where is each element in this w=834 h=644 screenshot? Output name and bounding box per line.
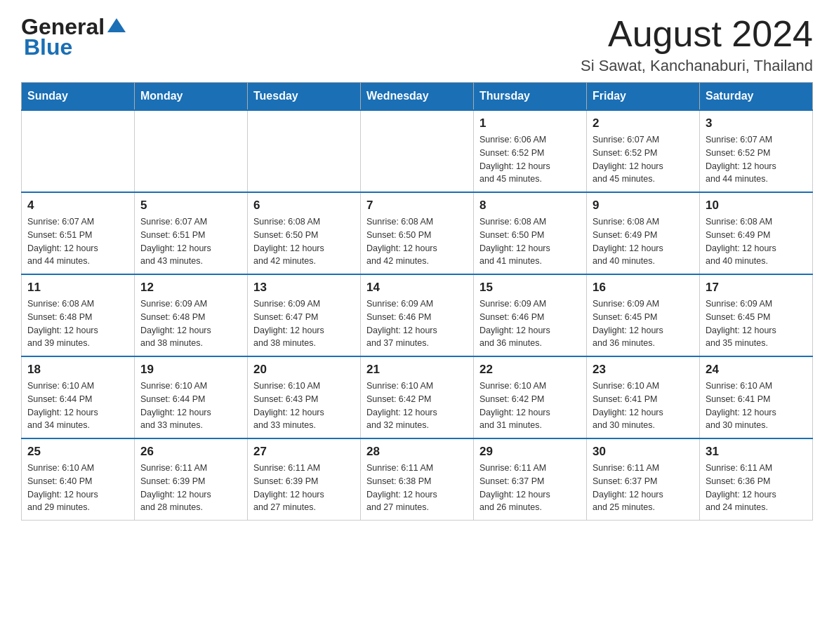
day-number: 22 xyxy=(479,363,581,377)
calendar-cell: 2Sunrise: 6:07 AM Sunset: 6:52 PM Daylig… xyxy=(587,110,700,192)
calendar-cell: 14Sunrise: 6:09 AM Sunset: 6:46 PM Dayli… xyxy=(361,274,474,356)
calendar-week-4: 18Sunrise: 6:10 AM Sunset: 6:44 PM Dayli… xyxy=(22,356,813,438)
day-number: 10 xyxy=(706,199,807,213)
day-info: Sunrise: 6:10 AM Sunset: 6:41 PM Dayligh… xyxy=(706,380,807,432)
day-info: Sunrise: 6:09 AM Sunset: 6:46 PM Dayligh… xyxy=(479,297,581,350)
day-info: Sunrise: 6:08 AM Sunset: 6:50 PM Dayligh… xyxy=(366,215,468,268)
day-number: 25 xyxy=(27,445,128,459)
weekday-header-monday: Monday xyxy=(135,83,248,111)
day-number: 13 xyxy=(253,281,355,295)
calendar-cell: 28Sunrise: 6:11 AM Sunset: 6:38 PM Dayli… xyxy=(361,438,474,521)
weekday-header-tuesday: Tuesday xyxy=(248,83,361,111)
day-number: 11 xyxy=(27,281,128,295)
day-info: Sunrise: 6:09 AM Sunset: 6:48 PM Dayligh… xyxy=(140,297,241,350)
calendar-cell: 30Sunrise: 6:11 AM Sunset: 6:37 PM Dayli… xyxy=(587,438,700,521)
weekday-header-sunday: Sunday xyxy=(22,83,135,111)
day-info: Sunrise: 6:07 AM Sunset: 6:52 PM Dayligh… xyxy=(593,133,694,186)
day-info: Sunrise: 6:11 AM Sunset: 6:39 PM Dayligh… xyxy=(253,462,355,514)
calendar-cell: 23Sunrise: 6:10 AM Sunset: 6:41 PM Dayli… xyxy=(587,356,700,438)
calendar-cell: 12Sunrise: 6:09 AM Sunset: 6:48 PM Dayli… xyxy=(135,274,248,356)
day-info: Sunrise: 6:10 AM Sunset: 6:42 PM Dayligh… xyxy=(479,380,581,432)
day-number: 29 xyxy=(479,445,581,459)
day-info: Sunrise: 6:07 AM Sunset: 6:51 PM Dayligh… xyxy=(140,215,241,268)
calendar-cell: 20Sunrise: 6:10 AM Sunset: 6:43 PM Dayli… xyxy=(248,356,361,438)
weekday-header-friday: Friday xyxy=(587,83,700,111)
calendar-cell: 10Sunrise: 6:08 AM Sunset: 6:49 PM Dayli… xyxy=(700,192,813,274)
weekday-header-wednesday: Wednesday xyxy=(361,83,474,111)
calendar-cell xyxy=(361,110,474,192)
day-number: 28 xyxy=(366,445,468,459)
calendar-cell: 6Sunrise: 6:08 AM Sunset: 6:50 PM Daylig… xyxy=(248,192,361,274)
calendar-table: SundayMondayTuesdayWednesdayThursdayFrid… xyxy=(21,82,813,521)
day-number: 30 xyxy=(593,445,694,459)
calendar-cell: 17Sunrise: 6:09 AM Sunset: 6:45 PM Dayli… xyxy=(700,274,813,356)
day-number: 7 xyxy=(366,199,468,213)
calendar-cell: 27Sunrise: 6:11 AM Sunset: 6:39 PM Dayli… xyxy=(248,438,361,521)
day-number: 24 xyxy=(706,363,807,377)
calendar-cell: 24Sunrise: 6:10 AM Sunset: 6:41 PM Dayli… xyxy=(700,356,813,438)
day-info: Sunrise: 6:07 AM Sunset: 6:52 PM Dayligh… xyxy=(706,133,807,186)
calendar-cell xyxy=(248,110,361,192)
day-number: 2 xyxy=(593,116,694,130)
day-info: Sunrise: 6:11 AM Sunset: 6:37 PM Dayligh… xyxy=(593,462,694,514)
calendar-week-3: 11Sunrise: 6:08 AM Sunset: 6:48 PM Dayli… xyxy=(22,274,813,356)
day-info: Sunrise: 6:11 AM Sunset: 6:36 PM Dayligh… xyxy=(706,462,807,514)
calendar-cell: 16Sunrise: 6:09 AM Sunset: 6:45 PM Dayli… xyxy=(587,274,700,356)
day-number: 9 xyxy=(593,199,694,213)
calendar-cell: 1Sunrise: 6:06 AM Sunset: 6:52 PM Daylig… xyxy=(474,110,587,192)
calendar-week-2: 4Sunrise: 6:07 AM Sunset: 6:51 PM Daylig… xyxy=(22,192,813,274)
weekday-header-thursday: Thursday xyxy=(474,83,587,111)
day-info: Sunrise: 6:11 AM Sunset: 6:38 PM Dayligh… xyxy=(366,462,468,514)
calendar-cell: 25Sunrise: 6:10 AM Sunset: 6:40 PM Dayli… xyxy=(22,438,135,521)
calendar-cell: 21Sunrise: 6:10 AM Sunset: 6:42 PM Dayli… xyxy=(361,356,474,438)
logo-blue: Blue xyxy=(24,34,72,60)
calendar-cell: 8Sunrise: 6:08 AM Sunset: 6:50 PM Daylig… xyxy=(474,192,587,274)
day-info: Sunrise: 6:11 AM Sunset: 6:37 PM Dayligh… xyxy=(479,462,581,514)
day-info: Sunrise: 6:10 AM Sunset: 6:42 PM Dayligh… xyxy=(366,380,468,432)
logo-icon xyxy=(106,15,127,36)
day-number: 4 xyxy=(27,199,128,213)
day-info: Sunrise: 6:10 AM Sunset: 6:43 PM Dayligh… xyxy=(253,380,355,432)
day-info: Sunrise: 6:09 AM Sunset: 6:47 PM Dayligh… xyxy=(253,297,355,350)
day-info: Sunrise: 6:08 AM Sunset: 6:50 PM Dayligh… xyxy=(253,215,355,268)
day-info: Sunrise: 6:09 AM Sunset: 6:45 PM Dayligh… xyxy=(706,297,807,350)
weekday-header-row: SundayMondayTuesdayWednesdayThursdayFrid… xyxy=(22,83,813,111)
day-number: 23 xyxy=(593,363,694,377)
calendar-cell: 5Sunrise: 6:07 AM Sunset: 6:51 PM Daylig… xyxy=(135,192,248,274)
day-info: Sunrise: 6:10 AM Sunset: 6:44 PM Dayligh… xyxy=(27,380,128,432)
calendar-cell: 29Sunrise: 6:11 AM Sunset: 6:37 PM Dayli… xyxy=(474,438,587,521)
day-info: Sunrise: 6:08 AM Sunset: 6:50 PM Dayligh… xyxy=(479,215,581,268)
day-info: Sunrise: 6:10 AM Sunset: 6:40 PM Dayligh… xyxy=(27,462,128,514)
weekday-header-saturday: Saturday xyxy=(700,83,813,111)
day-number: 1 xyxy=(479,116,581,130)
calendar-cell xyxy=(22,110,135,192)
calendar-cell: 15Sunrise: 6:09 AM Sunset: 6:46 PM Dayli… xyxy=(474,274,587,356)
location-title: Si Sawat, Kanchanaburi, Thailand xyxy=(581,57,813,75)
day-number: 15 xyxy=(479,281,581,295)
calendar-cell: 9Sunrise: 6:08 AM Sunset: 6:49 PM Daylig… xyxy=(587,192,700,274)
day-info: Sunrise: 6:09 AM Sunset: 6:46 PM Dayligh… xyxy=(366,297,468,350)
day-number: 6 xyxy=(253,199,355,213)
calendar-cell: 31Sunrise: 6:11 AM Sunset: 6:36 PM Dayli… xyxy=(700,438,813,521)
calendar-body: 1Sunrise: 6:06 AM Sunset: 6:52 PM Daylig… xyxy=(22,110,813,521)
day-number: 16 xyxy=(593,281,694,295)
day-number: 21 xyxy=(366,363,468,377)
calendar-cell xyxy=(135,110,248,192)
day-number: 5 xyxy=(140,199,241,213)
day-info: Sunrise: 6:10 AM Sunset: 6:41 PM Dayligh… xyxy=(593,380,694,432)
day-info: Sunrise: 6:06 AM Sunset: 6:52 PM Dayligh… xyxy=(479,133,581,186)
day-number: 8 xyxy=(479,199,581,213)
calendar-cell: 13Sunrise: 6:09 AM Sunset: 6:47 PM Dayli… xyxy=(248,274,361,356)
day-info: Sunrise: 6:09 AM Sunset: 6:45 PM Dayligh… xyxy=(593,297,694,350)
calendar-cell: 26Sunrise: 6:11 AM Sunset: 6:39 PM Dayli… xyxy=(135,438,248,521)
calendar-cell: 18Sunrise: 6:10 AM Sunset: 6:44 PM Dayli… xyxy=(22,356,135,438)
calendar-week-1: 1Sunrise: 6:06 AM Sunset: 6:52 PM Daylig… xyxy=(22,110,813,192)
calendar-cell: 3Sunrise: 6:07 AM Sunset: 6:52 PM Daylig… xyxy=(700,110,813,192)
day-number: 12 xyxy=(140,281,241,295)
day-info: Sunrise: 6:08 AM Sunset: 6:49 PM Dayligh… xyxy=(706,215,807,268)
day-number: 19 xyxy=(140,363,241,377)
day-info: Sunrise: 6:07 AM Sunset: 6:51 PM Dayligh… xyxy=(27,215,128,268)
day-number: 18 xyxy=(27,363,128,377)
calendar-cell: 11Sunrise: 6:08 AM Sunset: 6:48 PM Dayli… xyxy=(22,274,135,356)
calendar-cell: 4Sunrise: 6:07 AM Sunset: 6:51 PM Daylig… xyxy=(22,192,135,274)
